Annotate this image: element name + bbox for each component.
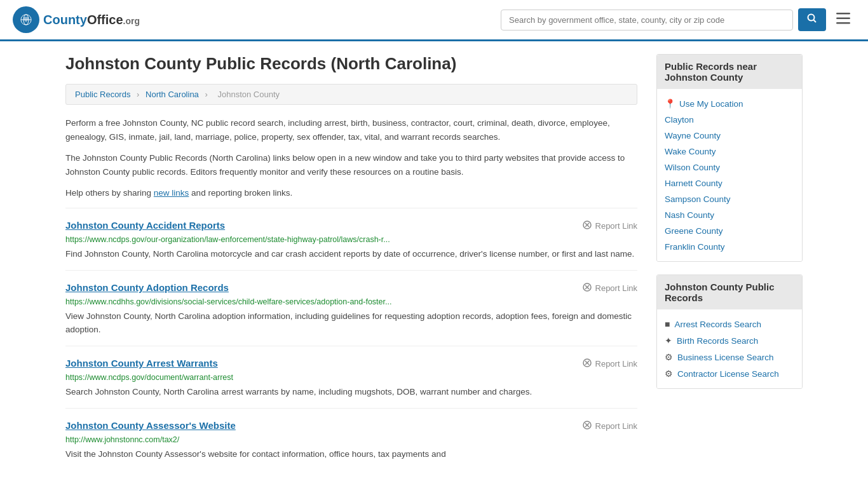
record-link-label-2[interactable]: Business License Search bbox=[677, 353, 774, 362]
svg-rect-5 bbox=[836, 13, 850, 15]
nearby-section: Public Records near Johnston County 📍 Us… bbox=[656, 54, 803, 262]
use-location-link[interactable]: Use My Location bbox=[679, 99, 743, 109]
page-title: Johnston County Public Records (North Ca… bbox=[65, 54, 637, 74]
logo-icon bbox=[13, 6, 39, 33]
nearby-link-2[interactable]: Wake County bbox=[665, 147, 716, 156]
record-desc-3: Visit the Johnston County Assessor's web… bbox=[65, 448, 637, 461]
svg-point-3 bbox=[808, 15, 815, 21]
record-entry: Johnston County Arrest Warrants Report L… bbox=[65, 346, 637, 408]
nearby-link-item-3[interactable]: Wilson County bbox=[665, 159, 794, 175]
record-url-3[interactable]: http://www.johnstonnc.com/tax2/ bbox=[65, 435, 637, 444]
record-link-item-1[interactable]: ✦ Birth Records Search bbox=[665, 332, 794, 349]
nearby-link-item-5[interactable]: Sampson County bbox=[665, 191, 794, 207]
record-link-label-0[interactable]: Arrest Records Search bbox=[674, 320, 761, 329]
report-icon-1 bbox=[582, 282, 592, 295]
breadcrumb-north-carolina[interactable]: North Carolina bbox=[146, 90, 199, 99]
record-link-item-2[interactable]: ⚙ Business License Search bbox=[665, 349, 794, 365]
logo-text: CountyOffice.org bbox=[43, 13, 140, 27]
breadcrumb-current: Johnston County bbox=[217, 90, 280, 99]
record-title-1[interactable]: Johnston County Adoption Records bbox=[65, 282, 229, 293]
record-url-2[interactable]: https://www.ncdps.gov/document/warrant-a… bbox=[65, 373, 637, 382]
nearby-link-4[interactable]: Harnett County bbox=[665, 179, 722, 188]
records-section: Johnston County Public Records ■ Arrest … bbox=[656, 274, 803, 389]
svg-rect-7 bbox=[836, 22, 850, 24]
svg-line-4 bbox=[814, 20, 817, 23]
report-icon-0 bbox=[582, 220, 592, 233]
nearby-link-item-0[interactable]: Clayton bbox=[665, 112, 794, 128]
location-icon: 📍 bbox=[665, 98, 675, 109]
description-2: The Johnston County Public Records (Nort… bbox=[65, 151, 637, 179]
new-links-link[interactable]: new links bbox=[154, 188, 189, 198]
records-list: Johnston County Accident Reports Report … bbox=[65, 208, 637, 470]
report-icon-2 bbox=[582, 358, 592, 370]
records-links: ■ Arrest Records Search ✦ Birth Records … bbox=[657, 309, 802, 388]
search-input[interactable] bbox=[501, 10, 793, 30]
record-title-2[interactable]: Johnston County Arrest Warrants bbox=[65, 358, 218, 369]
search-button[interactable] bbox=[798, 8, 826, 31]
search-bar bbox=[501, 8, 855, 31]
report-link-2[interactable]: Report Link bbox=[582, 358, 637, 370]
nearby-link-6[interactable]: Nash County bbox=[665, 210, 714, 220]
records-section-title: Johnston County Public Records bbox=[657, 275, 802, 309]
nearby-link-item-1[interactable]: Wayne County bbox=[665, 128, 794, 144]
description-1: Perform a free Johnston County, NC publi… bbox=[65, 116, 637, 144]
record-title-0[interactable]: Johnston County Accident Reports bbox=[65, 220, 225, 231]
nearby-section-title: Public Records near Johnston County bbox=[657, 55, 802, 89]
record-desc-1: View Johnston County, North Carolina ado… bbox=[65, 310, 637, 337]
nearby-link-5[interactable]: Sampson County bbox=[665, 194, 731, 204]
content-area: Johnston County Public Records (North Ca… bbox=[65, 54, 637, 470]
nearby-link-1[interactable]: Wayne County bbox=[665, 131, 721, 140]
record-entry: Johnston County Assessor's Website Repor… bbox=[65, 408, 637, 470]
record-link-icon-0: ■ bbox=[665, 319, 670, 329]
breadcrumb-public-records[interactable]: Public Records bbox=[75, 90, 130, 99]
nearby-link-3[interactable]: Wilson County bbox=[665, 163, 720, 172]
site-header: CountyOffice.org bbox=[0, 0, 868, 41]
record-link-icon-2: ⚙ bbox=[665, 352, 673, 362]
record-url-1[interactable]: https://www.ncdhhs.gov/divisions/social-… bbox=[65, 297, 637, 306]
hamburger-menu-button[interactable] bbox=[831, 9, 855, 30]
record-entry: Johnston County Adoption Records Report … bbox=[65, 270, 637, 346]
record-entry: Johnston County Accident Reports Report … bbox=[65, 208, 637, 270]
record-desc-0: Find Johnston County, North Carolina mot… bbox=[65, 248, 637, 261]
nearby-link-0[interactable]: Clayton bbox=[665, 115, 694, 125]
nearby-link-item-7[interactable]: Greene County bbox=[665, 223, 794, 239]
record-title-3[interactable]: Johnston County Assessor's Website bbox=[65, 420, 236, 431]
svg-rect-6 bbox=[836, 18, 850, 20]
main-container: Johnston County Public Records (North Ca… bbox=[53, 41, 815, 483]
record-desc-2: Search Johnston County, North Carolina a… bbox=[65, 386, 637, 399]
nearby-link-7[interactable]: Greene County bbox=[665, 226, 723, 236]
nearby-link-item-6[interactable]: Nash County bbox=[665, 207, 794, 223]
record-link-label-1[interactable]: Birth Records Search bbox=[677, 336, 758, 346]
record-link-item-3[interactable]: ⚙ Contractor License Search bbox=[665, 365, 794, 382]
record-link-label-3[interactable]: Contractor License Search bbox=[677, 369, 779, 379]
nearby-links: 📍 Use My Location ClaytonWayne CountyWak… bbox=[657, 89, 802, 261]
report-link-1[interactable]: Report Link bbox=[582, 282, 637, 295]
report-link-0[interactable]: Report Link bbox=[582, 220, 637, 233]
record-url-0[interactable]: https://www.ncdps.gov/our-organization/l… bbox=[65, 235, 637, 244]
nearby-link-item-2[interactable]: Wake County bbox=[665, 144, 794, 159]
sidebar: Public Records near Johnston County 📍 Us… bbox=[656, 54, 803, 470]
logo: CountyOffice.org bbox=[13, 6, 140, 33]
nearby-link-item-4[interactable]: Harnett County bbox=[665, 175, 794, 191]
breadcrumb: Public Records › North Carolina › Johnst… bbox=[65, 84, 637, 105]
record-link-item-0[interactable]: ■ Arrest Records Search bbox=[665, 316, 794, 332]
description-3: Help others by sharing new links and rep… bbox=[65, 186, 637, 200]
nearby-link-item-8[interactable]: Franklin County bbox=[665, 239, 794, 255]
report-icon-3 bbox=[582, 420, 592, 433]
use-location-item[interactable]: 📍 Use My Location bbox=[665, 95, 794, 112]
record-link-icon-1: ✦ bbox=[665, 336, 672, 346]
nearby-link-8[interactable]: Franklin County bbox=[665, 242, 725, 252]
report-link-3[interactable]: Report Link bbox=[582, 420, 637, 433]
record-link-icon-3: ⚙ bbox=[665, 369, 673, 379]
